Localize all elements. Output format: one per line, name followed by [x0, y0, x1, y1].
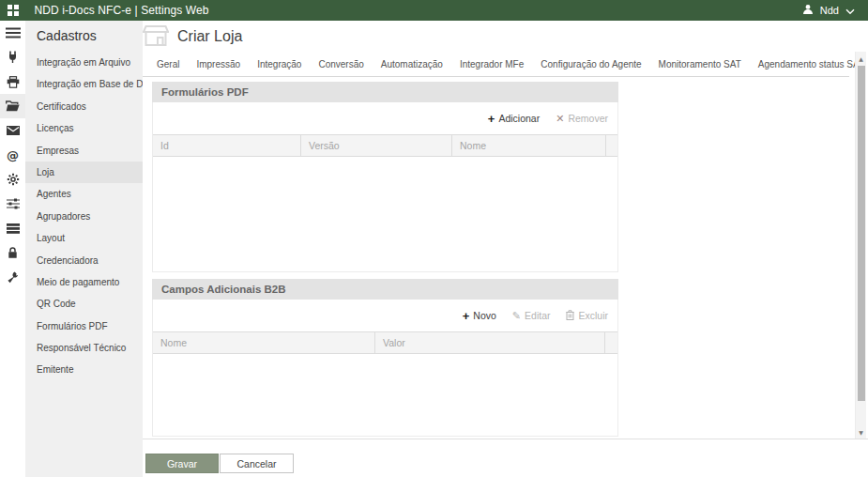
panel-campos-adicionais-b2b-body: + Novo ✎ Editar Excluir Nome — [152, 300, 618, 437]
column-header-id[interactable]: Id — [153, 135, 301, 156]
user-icon — [802, 2, 814, 19]
cancelar-button[interactable]: Cancelar — [220, 454, 294, 473]
sidebar-item-integracao-em-arquivo[interactable]: Integração em Arquivo — [25, 52, 143, 73]
sidebar-item-layout[interactable]: Layout — [25, 227, 143, 249]
scrollbar-thumb[interactable] — [858, 66, 865, 401]
plus-icon: + — [463, 310, 470, 322]
gravar-button[interactable]: Gravar — [145, 454, 219, 473]
sidebar-item-agentes[interactable]: Agentes — [25, 183, 143, 205]
column-header-filler — [605, 332, 617, 353]
editar-label: Editar — [525, 310, 550, 321]
novo-button[interactable]: + Novo — [463, 310, 496, 322]
panel-formularios-pdf-title: Formulários PDF — [152, 82, 618, 102]
tab-conversao[interactable]: Conversão — [310, 53, 372, 76]
column-header-filler — [606, 135, 617, 156]
gear-icon[interactable] — [0, 167, 25, 192]
column-header-versao[interactable]: Versão — [301, 135, 452, 156]
user-name: Ndd — [820, 5, 839, 16]
chevron-down-icon — [845, 2, 855, 19]
store-icon — [143, 23, 172, 52]
column-header-valor[interactable]: Valor — [375, 332, 605, 353]
formularios-pdf-toolbar: + Adicionar ✕ Remover — [153, 102, 617, 134]
top-bar: NDD i-Docs NFC-e | Settings Web Ndd — [0, 0, 868, 21]
sidebar-item-credenciadora[interactable]: Credenciadora — [25, 250, 143, 271]
app-title: NDD i-Docs NFC-e | Settings Web — [35, 4, 209, 17]
novo-label: Novo — [473, 310, 496, 321]
tab-configuracao-do-agente[interactable]: Configuração do Agente — [532, 53, 649, 76]
menu-icon[interactable] — [0, 21, 25, 45]
excluir-button[interactable]: Excluir — [566, 310, 608, 322]
stacked-list-icon[interactable] — [0, 216, 25, 240]
tab-integracao[interactable]: Integração — [249, 53, 310, 76]
sidebar-item-agrupadores[interactable]: Agrupadores — [25, 206, 143, 227]
grid-icon[interactable] — [8, 5, 19, 16]
sidebar-item-licencas[interactable]: Licenças — [25, 117, 143, 139]
page-title: Criar Loja — [177, 28, 242, 45]
main-content: Criar Loja Geral Impressão Integração Co… — [143, 21, 868, 477]
tab-impressao[interactable]: Impressão — [188, 53, 249, 76]
remover-label: Remover — [568, 113, 608, 124]
sidebar-item-responsavel-tecnico[interactable]: Responsável Técnico — [25, 337, 143, 359]
column-header-nome[interactable]: Nome — [153, 332, 375, 353]
sidebar: Cadastros Integração em Arquivo Integraç… — [25, 21, 143, 477]
panel-campos-adicionais-b2b: Campos Adicionais B2B + Novo ✎ Editar — [152, 279, 618, 437]
folder-open-icon[interactable] — [0, 94, 25, 118]
wrench-icon[interactable] — [0, 265, 25, 289]
vertical-scrollbar[interactable]: ▲ ▼ — [855, 52, 866, 439]
editar-button[interactable]: ✎ Editar — [512, 310, 551, 321]
printer-icon[interactable] — [0, 69, 25, 94]
campos-b2b-toolbar: + Novo ✎ Editar Excluir — [153, 300, 617, 331]
pencil-icon: ✎ — [512, 311, 521, 321]
column-header-nome[interactable]: Nome — [452, 135, 606, 156]
tab-monitoramento-sat[interactable]: Monitoramento SAT — [650, 53, 750, 76]
formularios-pdf-grid-header: Id Versão Nome — [153, 134, 617, 157]
scroll-up-arrow-icon[interactable]: ▲ — [856, 53, 866, 64]
icon-rail: @ — [0, 21, 25, 477]
adicionar-button[interactable]: + Adicionar — [488, 113, 540, 125]
page-header: Criar Loja — [143, 21, 868, 52]
sidebar-item-integracao-em-base-de-dados[interactable]: Integração em Base de Dados — [25, 73, 143, 95]
adicionar-label: Adicionar — [498, 113, 540, 124]
remover-button[interactable]: ✕ Remover — [556, 113, 608, 124]
panel-campos-adicionais-b2b-title: Campos Adicionais B2B — [152, 279, 618, 300]
formularios-pdf-grid-body — [153, 157, 617, 271]
x-icon: ✕ — [556, 114, 564, 124]
tab-integrador-mfe[interactable]: Integrador MFe — [451, 53, 532, 76]
sidebar-item-formularios-pdf[interactable]: Formulários PDF — [25, 315, 143, 337]
user-menu[interactable]: Ndd — [802, 2, 855, 19]
sidebar-heading: Cadastros — [25, 21, 143, 52]
tab-agendamento-status-sat[interactable]: Agendamento status SAT — [750, 53, 868, 76]
scroll-viewport: Formulários PDF + Adicionar ✕ Remover Id… — [143, 77, 849, 439]
sidebar-item-certificados[interactable]: Certificados — [25, 96, 143, 117]
page-footer: Gravar Cancelar — [143, 439, 868, 477]
panel-formularios-pdf-body: + Adicionar ✕ Remover Id Versão Nome — [152, 102, 618, 272]
trash-icon — [566, 310, 574, 322]
lock-icon[interactable] — [0, 240, 25, 265]
excluir-label: Excluir — [578, 310, 608, 321]
sidebar-item-loja[interactable]: Loja — [25, 162, 143, 183]
campos-b2b-grid-header: Nome Valor — [153, 331, 617, 354]
scroll-down-arrow-icon[interactable]: ▼ — [856, 426, 866, 438]
tab-geral[interactable]: Geral — [148, 53, 188, 76]
envelope-icon[interactable] — [0, 118, 25, 143]
plus-icon: + — [488, 113, 495, 125]
at-sign-icon[interactable]: @ — [0, 143, 25, 167]
tab-bar: Geral Impressão Integração Conversão Aut… — [143, 52, 849, 77]
sidebar-item-emitente[interactable]: Emitente — [25, 359, 143, 380]
plug-icon[interactable] — [0, 45, 25, 69]
sliders-icon[interactable] — [0, 192, 25, 216]
sidebar-item-meio-de-pagamento[interactable]: Meio de pagamento — [25, 271, 143, 293]
sidebar-item-qr-code[interactable]: QR Code — [25, 293, 143, 315]
panel-formularios-pdf: Formulários PDF + Adicionar ✕ Remover Id… — [152, 82, 618, 272]
campos-b2b-grid-body — [153, 354, 617, 436]
tab-automatizacao[interactable]: Automatização — [373, 53, 451, 76]
sidebar-item-empresas[interactable]: Empresas — [25, 140, 143, 162]
